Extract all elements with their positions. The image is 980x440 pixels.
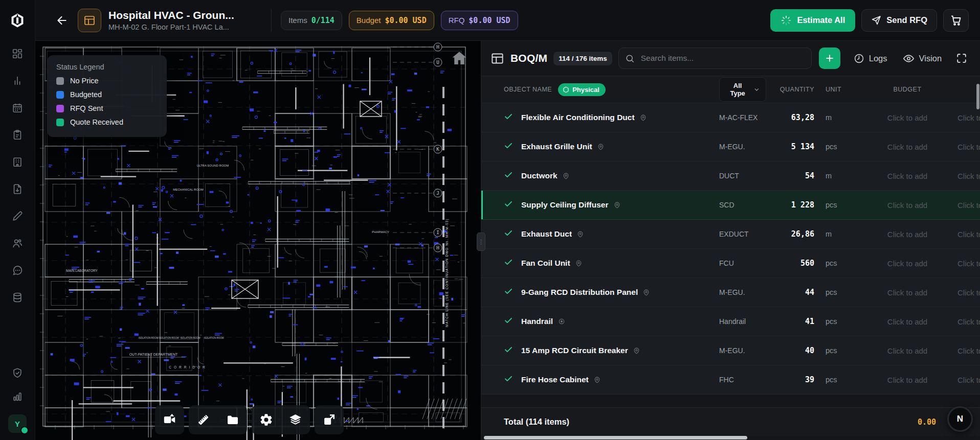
cost-click-to-add[interactable]: Click to add: [957, 143, 980, 151]
cost-click-to-add[interactable]: Click to add: [957, 259, 980, 268]
budget-click-to-add[interactable]: Click to add: [857, 143, 957, 151]
table-row[interactable]: Exhaust Grille UnitM-EGU.5 134pcsClick t…: [481, 132, 980, 161]
item-quantity: 5 134: [774, 142, 814, 151]
item-unit: m: [814, 113, 857, 122]
top-actions: Estimate All Send RFQ: [770, 9, 969, 32]
legend-item: Quote Received: [56, 118, 158, 126]
table-row[interactable]: Exhaust DuctEXDUCT26,86mClick to addClic…: [481, 220, 980, 249]
item-quantity: 1 228: [774, 200, 814, 210]
svg-text:ISOLATION ROOM: ISOLATION ROOM: [139, 337, 159, 339]
cost-click-to-add[interactable]: Click to add: [957, 376, 980, 384]
cost-click-to-add[interactable]: Click to add: [957, 288, 980, 297]
user-avatar[interactable]: Y: [8, 414, 27, 433]
item-name: Fire Hose Cabinet: [521, 375, 589, 384]
fullscreen-button[interactable]: [956, 53, 967, 64]
shield-check-icon: [12, 367, 23, 379]
table-row[interactable]: DuctworkDUCT54mClick to addClick to add: [481, 161, 980, 191]
sidebar-item-stats[interactable]: [12, 391, 23, 402]
svg-text:PHARMACY: PHARMACY: [372, 230, 389, 234]
table-row[interactable]: Supply Ceiling DiffuserSCD1 228pcsClick …: [481, 191, 980, 220]
table-row[interactable]: Flexible Air Conditioning DuctM-AC-FLEX6…: [481, 103, 980, 132]
boq-rows: Flexible Air Conditioning DuctM-AC-FLEX6…: [481, 103, 980, 395]
table-row[interactable]: Fan Coil UnitFCU560pcsClick to addClick …: [481, 249, 980, 278]
rfq-amount: $0.00 USD: [469, 16, 510, 25]
files-button[interactable]: [218, 405, 247, 434]
sidebar-item-export[interactable]: [12, 183, 23, 195]
cost-click-to-add[interactable]: Click to add: [957, 346, 980, 355]
sidebar-item-tasks[interactable]: [12, 129, 23, 141]
record-view-button[interactable]: [155, 405, 184, 434]
item-quantity: 26,86: [774, 229, 814, 239]
budget-click-to-add[interactable]: Click to add: [857, 113, 957, 122]
sidebar-item-security[interactable]: [12, 367, 23, 379]
estimate-all-button[interactable]: Estimate All: [770, 9, 855, 32]
sidebar-item-analytics[interactable]: [12, 75, 23, 86]
item-quantity: 41: [774, 317, 814, 326]
sidebar-item-chat[interactable]: [12, 265, 23, 276]
budget-click-to-add[interactable]: Click to add: [857, 230, 957, 239]
vertical-scrollbar[interactable]: [976, 84, 979, 109]
cost-click-to-add[interactable]: Click to add: [957, 201, 980, 210]
col-budget: BUDGET: [857, 86, 957, 93]
table-row[interactable]: HandrailHandrail41pcsClick to addClick t…: [481, 307, 980, 336]
open-external-button[interactable]: [315, 405, 344, 434]
item-name: 15 Amp RCD Circuit Breaker: [521, 346, 628, 355]
add-item-button[interactable]: [819, 48, 840, 69]
budget-click-to-add[interactable]: Click to add: [857, 259, 957, 268]
table-row[interactable]: 15 Amp RCD Circuit BreakerM-EGU.40pcsCli…: [481, 336, 980, 365]
settings-button[interactable]: [252, 405, 281, 434]
table-row[interactable]: 9-Gang RCD Distribution PanelM-EGU.44pcs…: [481, 278, 980, 307]
app-logo: [0, 0, 35, 41]
boq-table-icon: [491, 52, 504, 65]
cost-click-to-add[interactable]: Click to add: [957, 230, 980, 239]
boq-title: BOQ/M: [510, 52, 547, 64]
physical-filter-badge[interactable]: Physical: [558, 83, 606, 96]
back-arrow-icon: [55, 14, 69, 27]
sidebar-item-annotate[interactable]: [12, 211, 23, 222]
item-unit: pcs: [814, 346, 857, 355]
check-icon: [504, 199, 513, 209]
item-code: FCU: [719, 259, 774, 267]
cart-button[interactable]: [943, 9, 969, 32]
cost-click-to-add[interactable]: Click to add: [957, 113, 980, 122]
budget-click-to-add[interactable]: Click to add: [857, 376, 957, 384]
send-rfq-button[interactable]: Send RFQ: [861, 9, 937, 32]
vision-button[interactable]: Vision: [903, 53, 942, 64]
sidebar-item-calendar[interactable]: [12, 102, 23, 113]
item-code: DUCT: [719, 172, 774, 180]
budget-click-to-add[interactable]: Click to add: [857, 288, 957, 297]
project-sheet-icon[interactable]: [78, 9, 101, 32]
back-button[interactable]: [55, 14, 69, 27]
check-icon: [504, 141, 513, 150]
budget-click-to-add[interactable]: Click to add: [857, 346, 957, 355]
home-view-button[interactable]: [447, 49, 465, 67]
sidebar-item-buildings[interactable]: [12, 156, 23, 168]
cost-click-to-add[interactable]: Click to add: [957, 172, 980, 180]
layers-button[interactable]: [281, 405, 310, 434]
measure-button[interactable]: [189, 405, 218, 434]
logs-button[interactable]: Logs: [854, 53, 887, 64]
type-filter-dropdown[interactable]: All Type: [719, 77, 766, 102]
cost-click-to-add[interactable]: Click to add: [957, 317, 980, 326]
legend-item: Budgeted: [56, 90, 158, 99]
item-unit: pcs: [814, 317, 857, 326]
panel-resize-handle[interactable]: ⋮: [477, 233, 485, 251]
sidebar-bottom: Y: [8, 367, 27, 440]
legend-swatch: [56, 77, 64, 85]
budget-click-to-add[interactable]: Click to add: [857, 317, 957, 326]
budget-click-to-add[interactable]: Click to add: [857, 201, 957, 210]
pin-icon: [614, 202, 620, 209]
hexagon-icon: [563, 86, 569, 93]
sidebar-item-team[interactable]: [12, 238, 23, 249]
budget-click-to-add[interactable]: Click to add: [857, 172, 957, 180]
layers-icon: [288, 413, 302, 427]
svg-text:CORRIDOR: CORRIDOR: [169, 365, 207, 369]
table-row[interactable]: Fire Hose CabinetFHC39pcsClick to addCli…: [481, 365, 980, 395]
horizontal-scrollbar[interactable]: [484, 436, 747, 439]
legend-swatch: [56, 119, 64, 126]
sidebar-item-dashboard[interactable]: [12, 48, 23, 59]
assistant-avatar[interactable]: N: [947, 406, 973, 432]
search-input[interactable]: [640, 53, 805, 63]
svg-text:ULTRA SOUND ROOM: ULTRA SOUND ROOM: [197, 164, 229, 167]
sidebar-item-data[interactable]: [12, 292, 23, 303]
